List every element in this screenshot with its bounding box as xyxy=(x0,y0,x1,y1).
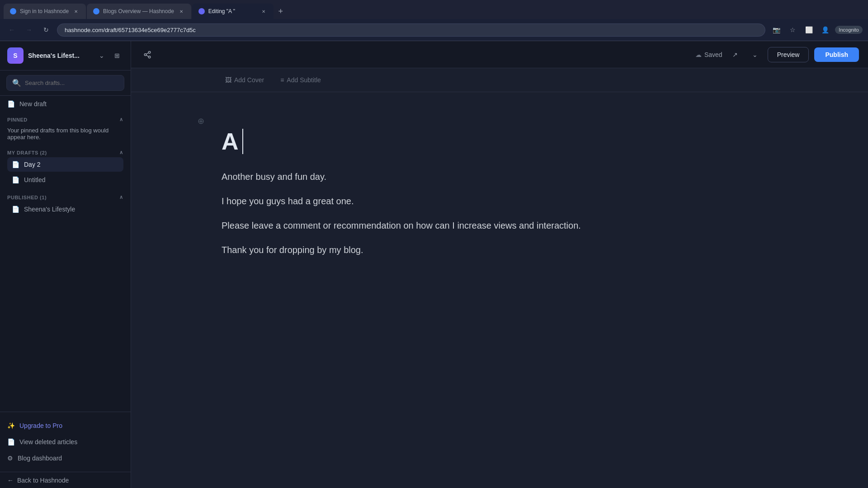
article-body[interactable]: Another busy and fun day. I hope you guy… xyxy=(222,169,778,258)
svg-line-3 xyxy=(146,55,148,56)
editor-wrapper: ⊕ A Another busy and fun day. I hope you… xyxy=(131,92,868,285)
svg-point-0 xyxy=(148,51,151,53)
blog-avatar: S xyxy=(7,47,24,64)
publish-button[interactable]: Publish xyxy=(814,47,859,62)
published-section: PUBLISHED (1) ∧ 📄 Sheena's Lifestyle xyxy=(0,190,131,219)
browser-chrome: Sign in to Hashnode ✕ Blogs Overview — H… xyxy=(0,0,868,41)
chevron-down-icon[interactable]: ⌄ xyxy=(95,49,108,62)
svg-point-2 xyxy=(148,56,151,58)
pinned-section: PINNED ∧ Your pinned drafts from this bl… xyxy=(0,112,131,145)
tab-close-3[interactable]: ✕ xyxy=(260,8,267,15)
tab-bar: Sign in to Hashnode ✕ Blogs Overview — H… xyxy=(0,0,868,19)
upgrade-icon: ✨ xyxy=(7,422,15,429)
add-cover-label: Add Cover xyxy=(234,76,264,84)
dashboard-label: Blog dashboard xyxy=(18,455,62,462)
tab-favicon-1 xyxy=(10,8,16,14)
circle-plus-icon: ⊕ xyxy=(198,116,204,126)
address-bar: ← → ↻ hashnode.com/draft/65713634e5ce69e… xyxy=(0,19,868,41)
blog-dashboard-button[interactable]: ⚙ Blog dashboard xyxy=(0,450,131,466)
star-icon[interactable]: ☆ xyxy=(786,23,799,36)
blog-name: Sheena's Lifest... xyxy=(28,52,91,59)
published-item-lifestyle[interactable]: 📄 Sheena's Lifestyle xyxy=(7,202,123,216)
my-drafts-section: MY DRAFTS (2) ∧ 📄 Day 2 📄 Untitled xyxy=(0,145,131,190)
sidebar-header-actions: ⌄ ⊞ xyxy=(95,49,123,62)
article-title[interactable]: A xyxy=(222,127,778,155)
my-drafts-header[interactable]: MY DRAFTS (2) ∧ xyxy=(7,150,123,155)
pinned-empty-text: Your pinned drafts from this blog would … xyxy=(7,124,123,143)
preview-button[interactable]: Preview xyxy=(768,47,809,62)
tab-close-2[interactable]: ✕ xyxy=(178,8,185,15)
search-icon: 🔍 xyxy=(12,79,21,87)
editor-toolbar: 🖼 Add Cover ≡ Add Subtitle xyxy=(131,68,868,92)
search-input-wrap[interactable]: 🔍 xyxy=(6,75,124,91)
forward-button[interactable]: → xyxy=(23,23,35,36)
svg-point-1 xyxy=(144,53,146,56)
draft-item-day2[interactable]: 📄 Day 2 xyxy=(7,157,123,172)
toolbar-left xyxy=(140,47,155,62)
cloud-icon: ☁ xyxy=(695,51,702,58)
editor-area[interactable]: ⊕ A Another busy and fun day. I hope you… xyxy=(131,92,868,285)
incognito-badge: Incognito xyxy=(835,26,863,34)
tab-favicon-3 xyxy=(198,8,205,14)
more-options-icon[interactable]: ⌄ xyxy=(748,47,762,62)
add-subtitle-label: Add Subtitle xyxy=(287,76,321,84)
add-cover-button[interactable]: 🖼 Add Cover xyxy=(222,75,268,85)
pinned-collapse-icon: ∧ xyxy=(119,117,123,122)
tab-label-1: Sign in to Hashnode xyxy=(20,8,69,14)
body-paragraph-3: Please leave a comment or recommendation… xyxy=(222,218,778,233)
tab-favicon-2 xyxy=(93,8,99,14)
draft-label-untitled: Untitled xyxy=(24,176,45,183)
pinned-header[interactable]: PINNED ∧ xyxy=(7,117,123,122)
back-button[interactable]: ← xyxy=(5,23,18,36)
profile-icon[interactable]: 👤 xyxy=(819,23,831,36)
no-camera-icon: 📷 xyxy=(770,23,783,36)
extension-icon[interactable]: ⬜ xyxy=(802,23,815,36)
new-draft-button[interactable]: 📄 New draft xyxy=(0,96,131,112)
title-cursor xyxy=(242,129,243,154)
published-header[interactable]: PUBLISHED (1) ∧ xyxy=(7,194,123,200)
new-post-icon[interactable]: ⊞ xyxy=(111,49,123,62)
tab-sign-in[interactable]: Sign in to Hashnode ✕ xyxy=(4,4,86,19)
share-button[interactable]: ↗ xyxy=(728,47,742,62)
new-tab-button[interactable]: + xyxy=(274,5,287,18)
pinned-title: PINNED xyxy=(7,117,28,122)
published-collapse-icon: ∧ xyxy=(119,194,123,200)
reload-button[interactable]: ↻ xyxy=(40,23,52,36)
back-label: Back to Hashnode xyxy=(17,477,69,484)
dashboard-icon: ⚙ xyxy=(7,455,13,462)
deleted-label: View deleted articles xyxy=(19,438,77,446)
published-title: PUBLISHED (1) xyxy=(7,195,47,200)
add-subtitle-button[interactable]: ≡ Add Subtitle xyxy=(277,75,325,85)
share-icon[interactable] xyxy=(140,47,155,62)
back-to-hashnode-button[interactable]: ← Back to Hashnode xyxy=(0,472,131,488)
main-area: ☁ Saved ↗ ⌄ Preview Publish 🖼 Add Cover … xyxy=(131,41,868,488)
new-draft-icon: 📄 xyxy=(7,100,15,108)
tab-label-3: Editing "A " xyxy=(208,8,256,14)
tab-blogs-overview[interactable]: Blogs Overview — Hashnode ✕ xyxy=(87,4,191,19)
saved-indicator: ☁ Saved xyxy=(695,51,722,58)
draft-icon-untitled: 📄 xyxy=(12,176,19,183)
floating-action-icon[interactable]: ⊕ xyxy=(194,115,207,127)
tab-close-1[interactable]: ✕ xyxy=(72,8,80,15)
title-text: A xyxy=(222,127,239,155)
sidebar: S Sheena's Lifest... ⌄ ⊞ 🔍 📄 New draft P… xyxy=(0,41,131,488)
draft-icon-day2: 📄 xyxy=(12,161,19,168)
image-icon: 🖼 xyxy=(225,76,231,84)
top-toolbar: ☁ Saved ↗ ⌄ Preview Publish xyxy=(131,41,868,68)
sidebar-search-section: 🔍 xyxy=(0,70,131,96)
sidebar-bottom: ✨ Upgrade to Pro 📄 View deleted articles… xyxy=(0,412,131,472)
back-arrow-icon: ← xyxy=(7,477,14,484)
search-input[interactable] xyxy=(25,80,118,86)
svg-line-4 xyxy=(146,52,148,54)
upgrade-to-pro-button[interactable]: ✨ Upgrade to Pro xyxy=(0,418,131,434)
view-deleted-articles-button[interactable]: 📄 View deleted articles xyxy=(0,434,131,450)
url-bar[interactable]: hashnode.com/draft/65713634e5ce69e2777c7… xyxy=(57,23,765,37)
tab-editing[interactable]: Editing "A " ✕ xyxy=(192,4,274,19)
main-content: 🖼 Add Cover ≡ Add Subtitle ⊕ A xyxy=(131,68,868,488)
body-paragraph-1: Another busy and fun day. xyxy=(222,169,778,184)
draft-item-untitled[interactable]: 📄 Untitled xyxy=(7,173,123,187)
browser-actions: 📷 ☆ ⬜ 👤 Incognito xyxy=(770,23,863,36)
subtitle-icon: ≡ xyxy=(280,76,284,84)
deleted-icon: 📄 xyxy=(7,438,15,446)
upgrade-label: Upgrade to Pro xyxy=(19,422,62,429)
